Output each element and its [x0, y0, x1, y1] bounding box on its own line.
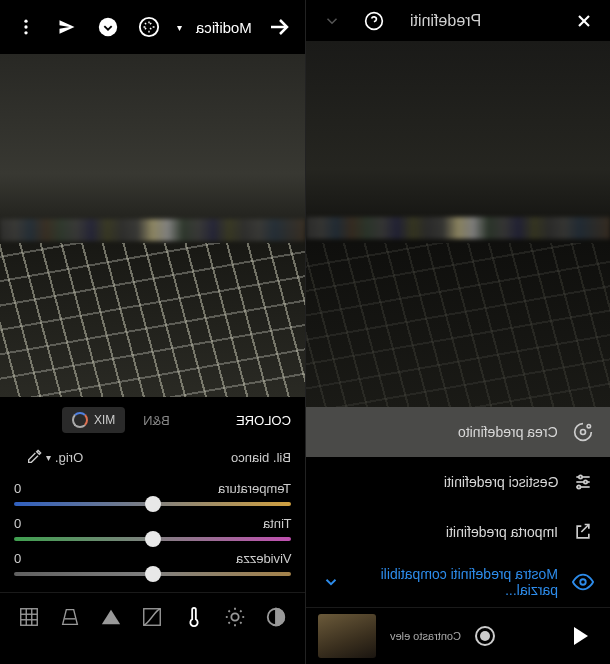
vividezza-slider[interactable]: 0 Vividezza — [14, 551, 291, 576]
back-arrow-icon[interactable] — [266, 13, 293, 41]
svg-point-9 — [579, 476, 582, 479]
help-icon[interactable] — [360, 7, 388, 35]
edit-image[interactable] — [0, 54, 305, 397]
tool-strip — [0, 592, 305, 640]
premium-icon[interactable] — [136, 13, 163, 41]
svg-point-15 — [24, 31, 27, 34]
grid-tool-icon[interactable] — [16, 604, 42, 630]
mode-label[interactable]: Modifica — [196, 19, 252, 36]
bottom-filmstrip: Contrasto elev — [306, 607, 610, 664]
slider-value: 0 — [14, 516, 21, 531]
tab-bn[interactable]: B&N — [143, 413, 170, 428]
svg-point-11 — [577, 486, 580, 489]
tinta-slider[interactable]: 0 Tinta — [14, 516, 291, 541]
preview-image — [306, 41, 610, 407]
svg-point-4 — [581, 430, 586, 435]
menu-label: Crea predefinito — [458, 424, 558, 440]
more-icon[interactable] — [12, 13, 39, 41]
svg-rect-19 — [20, 608, 37, 625]
edit-panel: ▾ Modifica MIX B&N COLORE ▾ Orig. Bil. b… — [0, 0, 305, 664]
svg-point-12 — [580, 580, 586, 586]
svg-point-10 — [584, 481, 587, 484]
svg-point-26 — [231, 613, 238, 620]
wb-value: Orig. — [55, 450, 83, 465]
presets-menu: Crea predefinito Gestisci predefiniti Im… — [306, 407, 610, 607]
wb-label: Bil. bianco — [231, 450, 291, 465]
chevron-icon[interactable] — [318, 7, 346, 35]
record-icon[interactable] — [475, 626, 495, 646]
menu-label: Importa predefiniti — [446, 524, 558, 540]
slider-label: Vividezza — [236, 551, 291, 566]
show-compatible-item[interactable]: Mostra predefiniti compatibili parzial..… — [306, 557, 610, 607]
chevron-down-icon: ▾ — [46, 452, 51, 463]
eyedropper-icon[interactable] — [26, 449, 42, 465]
color-mode-tabs: MIX B&N COLORE — [0, 397, 305, 443]
share-icon[interactable] — [53, 13, 80, 41]
triangle-tool-icon[interactable] — [98, 604, 124, 630]
slider-value: 0 — [14, 551, 21, 566]
presets-title: Predefiniti — [410, 12, 481, 30]
svg-line-33 — [229, 622, 230, 623]
preset-thumbnail[interactable] — [318, 614, 376, 658]
contrast-tool-icon[interactable] — [263, 604, 289, 630]
import-icon — [572, 521, 594, 543]
slider-label: Temperatura — [218, 481, 291, 496]
thumbnail-caption: Contrasto elev — [390, 630, 461, 642]
presets-panel: Predefiniti Crea predefinito Gestisci pr… — [305, 0, 610, 664]
create-preset-item[interactable]: Crea predefinito — [306, 407, 610, 457]
tab-colore[interactable]: COLORE — [236, 413, 291, 428]
svg-line-34 — [240, 610, 241, 611]
slider-track[interactable] — [14, 537, 291, 541]
import-presets-item[interactable]: Importa predefiniti — [306, 507, 610, 557]
exposure-tool-icon[interactable] — [222, 604, 248, 630]
curve-tool-icon[interactable] — [139, 604, 165, 630]
slider-value: 0 — [14, 481, 21, 496]
manage-presets-item[interactable]: Gestisci predefiniti — [306, 457, 610, 507]
svg-point-16 — [99, 18, 117, 36]
svg-point-5 — [587, 425, 590, 428]
slider-track[interactable] — [14, 572, 291, 576]
chevron-down-icon — [322, 573, 340, 591]
caret-icon: ▾ — [177, 22, 182, 33]
slider-thumb[interactable] — [145, 496, 161, 512]
eye-icon — [572, 571, 594, 593]
wb-dropdown[interactable]: ▾ Orig. — [14, 449, 83, 465]
svg-point-14 — [24, 25, 27, 28]
create-preset-icon — [572, 421, 594, 443]
slider-track[interactable] — [14, 502, 291, 506]
svg-point-13 — [24, 20, 27, 23]
play-icon[interactable] — [574, 627, 588, 645]
mix-button[interactable]: MIX — [62, 407, 125, 433]
sliders-icon — [572, 471, 594, 493]
mix-label: MIX — [94, 413, 115, 427]
slider-thumb[interactable] — [145, 531, 161, 547]
svg-line-30 — [240, 622, 241, 623]
menu-label: Mostra predefiniti compatibili parzial..… — [354, 566, 558, 598]
cloud-icon[interactable] — [94, 13, 121, 41]
svg-line-29 — [229, 610, 230, 611]
temperatura-slider[interactable]: 0 Temperatura — [14, 481, 291, 506]
white-balance-section: ▾ Orig. Bil. bianco — [0, 443, 305, 475]
color-ring-icon — [72, 412, 88, 428]
temperature-tool-icon[interactable] — [181, 604, 207, 630]
svg-point-17 — [140, 18, 158, 36]
slider-label: Tinta — [263, 516, 291, 531]
sliders-section: 0 Temperatura 0 Tinta 0 Vividezza — [0, 475, 305, 592]
edit-top-bar: ▾ Modifica — [0, 0, 305, 54]
slider-thumb[interactable] — [145, 566, 161, 582]
perspective-tool-icon[interactable] — [57, 604, 83, 630]
close-icon[interactable] — [570, 7, 598, 35]
presets-top-bar: Predefiniti — [306, 0, 610, 41]
menu-label: Gestisci predefiniti — [444, 474, 558, 490]
